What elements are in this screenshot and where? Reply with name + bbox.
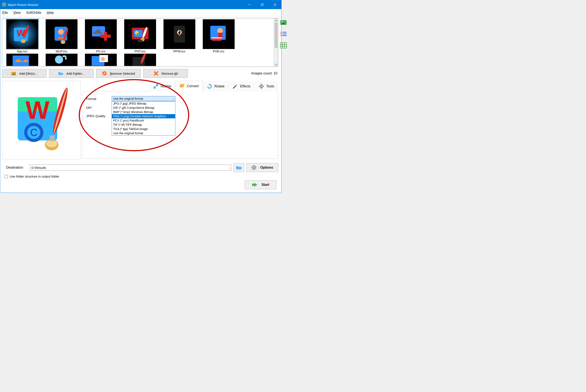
menu-help[interactable]: Help — [46, 10, 55, 15]
svg-point-79 — [280, 33, 282, 34]
svg-point-11 — [61, 40, 65, 44]
svg-rect-61 — [263, 86, 264, 86]
maximize-button[interactable] — [256, 0, 268, 9]
svg-rect-26 — [218, 33, 222, 37]
start-button-label: Start — [261, 183, 269, 187]
app-title: Batch Picture Resizer — [8, 3, 39, 6]
combo-item[interactable]: GIF (*.gif) CompuServe Bitmap — [112, 106, 175, 110]
svg-point-53 — [182, 85, 182, 86]
combo-item[interactable]: TIF (*.tif) TIFF Bitmap — [112, 122, 175, 127]
add-files-button[interactable]: Add File(s)... — [2, 69, 47, 78]
checkbox-icon[interactable] — [5, 175, 8, 178]
scrollbar-thumb[interactable] — [274, 22, 277, 48]
thumbnail-item[interactable]: PNT.ico — [120, 19, 160, 53]
browse-destination-button[interactable] — [233, 163, 244, 172]
svg-point-33 — [101, 57, 105, 61]
tab-label: Effects — [240, 84, 250, 88]
view-thumbnails-icon[interactable] — [280, 19, 287, 26]
thumbnail-item[interactable]: PD.ico — [81, 19, 120, 53]
format-combobox[interactable]: Use the original format ⌄ JPG (*.jpg) JP… — [112, 96, 175, 101]
thumbnail-image — [85, 19, 117, 49]
thumbnail-item[interactable] — [3, 53, 42, 66]
thumbnail-item[interactable] — [81, 53, 120, 66]
tab-convert[interactable]: Convert — [175, 81, 203, 92]
add-folder-button[interactable]: Add Folder... — [49, 69, 94, 78]
gear-icon — [251, 165, 256, 170]
svg-rect-59 — [261, 88, 262, 89]
thumbnail-item[interactable]: PSR.ico — [199, 19, 238, 53]
thumbnail-item[interactable] — [42, 53, 81, 66]
svg-rect-58 — [261, 84, 262, 85]
thumbnail-gallery[interactable]: W bpp.ico MUP.ico PD.ico — [2, 18, 278, 67]
options-button[interactable]: Options — [246, 163, 278, 172]
combo-item[interactable]: JPG (*.jpg) JPEG Bitmap — [112, 102, 175, 106]
menu-softorbits[interactable]: SoftOrbits — [25, 10, 42, 15]
svg-rect-67 — [255, 167, 256, 168]
svg-rect-71 — [252, 169, 253, 170]
dpi-label: DPI — [86, 106, 112, 110]
thumbnail-image — [6, 54, 38, 66]
view-list-icon[interactable] — [280, 31, 287, 37]
images-count-label: Images count: 10 — [251, 72, 278, 75]
remove-all-button[interactable]: Remove All — [143, 69, 188, 78]
thumbnail-image — [124, 19, 156, 49]
jpeg-quality-label: JPEG Quality — [86, 114, 112, 118]
folder-icon — [58, 71, 63, 76]
tab-label: Resize — [161, 84, 171, 88]
tab-effects[interactable]: Effects — [228, 81, 254, 92]
svg-point-63 — [253, 167, 254, 168]
svg-rect-28 — [212, 37, 222, 38]
scrollbar-vertical[interactable]: ▴ ▾ — [274, 18, 278, 66]
chevron-down-icon: ⌄ — [228, 166, 230, 169]
svg-point-37 — [12, 73, 13, 74]
tab-rotate[interactable]: Rotate — [203, 81, 228, 92]
scroll-down-icon[interactable]: ▾ — [274, 63, 278, 66]
rotate-icon — [207, 84, 212, 89]
tabs-panel: Resize Convert Rotate Effects — [82, 81, 278, 159]
combo-item[interactable]: Use the original format — [112, 131, 175, 135]
resize-icon — [153, 84, 159, 89]
app-window: Batch Picture Resizer File View SoftOrbi… — [0, 0, 281, 193]
svg-rect-66 — [251, 167, 252, 168]
thumbnail-item[interactable]: PPW.ico — [160, 19, 199, 53]
chevron-down-icon: ⌄ — [172, 97, 174, 100]
tab-label: Tools — [266, 84, 274, 88]
thumbnail-item[interactable]: W bpp.ico — [3, 19, 42, 53]
destination-combobox[interactable]: D:\Results ⌄ — [30, 164, 231, 170]
minimize-button[interactable] — [243, 0, 256, 9]
thumbnail-image — [124, 54, 156, 66]
combo-item[interactable]: TGA (*.tga) TARGA Image — [112, 127, 175, 131]
svg-rect-82 — [282, 35, 287, 36]
menu-file[interactable]: File — [2, 10, 9, 15]
combo-item[interactable]: PNG (*.png) Portable Network Graphics — [112, 114, 175, 118]
remove-selected-button[interactable]: Remove Selected — [96, 69, 141, 78]
menu-view[interactable]: View — [13, 10, 22, 15]
thumbnail-image — [85, 54, 117, 66]
destination-value: D:\Results — [32, 166, 46, 170]
scroll-up-icon[interactable]: ▴ — [274, 18, 278, 22]
tab-resize[interactable]: Resize — [149, 81, 175, 92]
tab-label: Convert — [187, 84, 199, 88]
thumbnail-item[interactable]: MUP.ico — [42, 19, 81, 53]
destination-row: Destination D:\Results ⌄ Options — [2, 163, 278, 172]
view-details-icon[interactable] — [280, 42, 287, 48]
combo-item[interactable]: BMP (*.bmp) Windows Bitmap — [112, 110, 175, 114]
start-button[interactable]: Start — [245, 180, 276, 189]
svg-rect-64 — [253, 165, 254, 166]
close-button[interactable] — [268, 0, 281, 9]
svg-point-81 — [280, 35, 282, 36]
svg-point-9 — [58, 29, 64, 34]
combobox-display[interactable]: Use the original format ⌄ — [112, 96, 175, 101]
svg-point-57 — [260, 86, 262, 87]
svg-rect-68 — [252, 165, 253, 166]
gear-icon — [259, 84, 264, 89]
tab-tools[interactable]: Tools — [254, 81, 278, 92]
combo-item[interactable]: PCX (*.pcx) PaintBrush — [112, 118, 175, 122]
tabstrip: Resize Convert Rotate Effects — [82, 81, 278, 92]
svg-rect-19 — [138, 40, 142, 42]
svg-point-23 — [178, 31, 179, 32]
thumbnail-item[interactable] — [120, 53, 160, 66]
combobox-dropdown[interactable]: JPG (*.jpg) JPEG Bitmap GIF (*.gif) Comp… — [112, 101, 175, 136]
use-folder-structure-checkbox[interactable]: Use folder structure in output folder — [2, 174, 278, 178]
svg-point-30 — [55, 56, 63, 64]
